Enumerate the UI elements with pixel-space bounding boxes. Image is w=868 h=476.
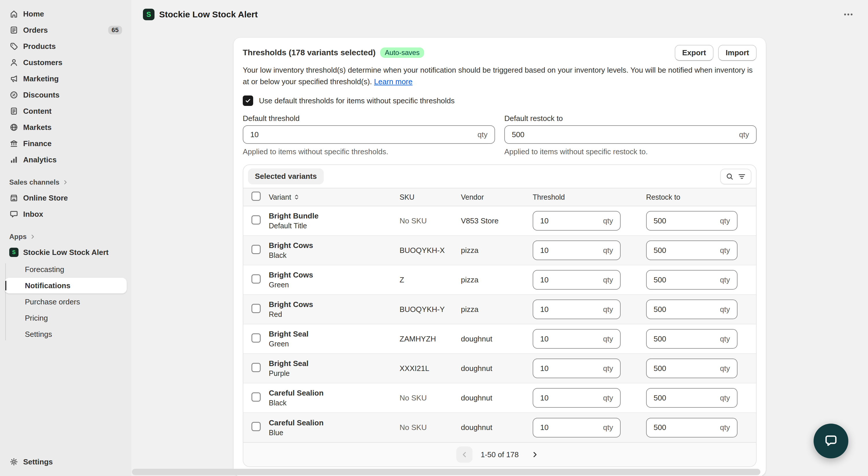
sidebar-item-discounts[interactable]: Discounts	[5, 87, 127, 103]
column-variant[interactable]: Variant	[269, 193, 291, 201]
row-checkbox[interactable]	[251, 392, 261, 402]
variant-option: Black	[269, 399, 400, 407]
sidebar-item-analytics[interactable]: Analytics	[5, 152, 127, 168]
horizontal-scrollbar-thumb[interactable]	[132, 469, 761, 475]
row-checkbox[interactable]	[251, 304, 261, 313]
row-checkbox[interactable]	[251, 422, 261, 431]
select-all-checkbox[interactable]	[251, 192, 261, 201]
pagination-next-button[interactable]	[527, 446, 543, 463]
sku-cell: No SKU	[400, 413, 461, 442]
default-threshold-helper: Applied to items without specific thresh…	[243, 147, 495, 156]
sidebar-subitem-notifications[interactable]: Notifications	[5, 278, 127, 293]
sidebar-nav-sales-channels: Online Store Inbox	[0, 190, 131, 222]
row-checkbox[interactable]	[251, 274, 261, 284]
table-toolbar: Selected variants	[243, 165, 756, 188]
threshold-input[interactable]: 10 qty	[533, 270, 621, 290]
help-chat-button[interactable]	[814, 424, 848, 458]
variant-name: Careful Sealion	[269, 389, 400, 398]
sidebar-item-customers[interactable]: Customers	[5, 54, 127, 71]
search-filter-button[interactable]	[720, 169, 751, 184]
sidebar-item-settings[interactable]: Settings	[5, 454, 127, 470]
app-sub-list: ForecastingNotificationsPurchase ordersP…	[0, 261, 131, 343]
row-checkbox[interactable]	[251, 215, 261, 225]
tab-selected-variants[interactable]: Selected variants	[248, 168, 324, 184]
sidebar-item-online-store[interactable]: Online Store	[5, 190, 127, 206]
vendor-cell: doughnut	[461, 324, 533, 354]
sidebar-subitem-purchase-orders[interactable]: Purchase orders	[5, 294, 127, 310]
sidebar-subitem-settings[interactable]: Settings	[5, 326, 127, 342]
vendor-cell: pizza	[461, 294, 533, 324]
sidebar-item-products[interactable]: Products	[5, 38, 127, 54]
filter-icon	[738, 172, 746, 181]
sidebar-section-apps[interactable]: Apps	[5, 229, 127, 244]
sku-cell: XXXI21L	[400, 354, 461, 383]
default-threshold-label: Default threshold	[243, 114, 495, 123]
restock-input[interactable]: 500 qty	[646, 329, 738, 349]
storefront-icon	[9, 193, 19, 202]
variant-option: Blue	[269, 429, 400, 437]
restock-input[interactable]: 500 qty	[646, 270, 738, 290]
sidebar-item-finance[interactable]: Finance	[5, 135, 127, 152]
table-header-row: Variant SKU Vendor Threshold Restoc	[243, 188, 756, 206]
sidebar-section-sales-channels[interactable]: Sales channels	[5, 175, 127, 190]
restock-input[interactable]: 500 qty	[646, 358, 738, 378]
search-icon	[725, 172, 734, 181]
content-icon	[9, 106, 19, 116]
restock-input[interactable]: 500 qty	[646, 299, 738, 319]
table-row: Bright Cows Black BUOQYKH-X pizza 10 qty…	[243, 235, 756, 265]
apps-label: Apps	[9, 233, 27, 241]
use-default-checkbox[interactable]	[243, 95, 253, 106]
restock-input[interactable]: 500 qty	[646, 211, 738, 231]
ellipsis-icon[interactable]	[841, 7, 855, 22]
vendor-cell: pizza	[461, 235, 533, 265]
restock-input[interactable]: 500 qty	[646, 418, 738, 438]
row-checkbox[interactable]	[251, 245, 261, 254]
export-button[interactable]: Export	[675, 45, 713, 61]
sidebar-item-inbox[interactable]: Inbox	[5, 206, 127, 222]
sidebar-item-marketing[interactable]: Marketing	[5, 71, 127, 87]
vendor-cell: V853 Store	[461, 206, 533, 235]
variant-option: Black	[269, 251, 400, 259]
sidebar-item-orders[interactable]: Orders 65	[5, 22, 127, 38]
row-checkbox[interactable]	[251, 363, 261, 372]
sort-updown-icon[interactable]	[293, 194, 300, 200]
threshold-input[interactable]: 10 qty	[533, 329, 621, 349]
variant-name: Bright Bundle	[269, 212, 400, 221]
default-restock-input[interactable]: 500 qty	[504, 125, 756, 144]
threshold-input[interactable]: 10 qty	[533, 211, 621, 231]
sidebar-item-stockie-app[interactable]: S Stockie Low Stock Alert	[5, 244, 127, 260]
default-threshold-input[interactable]: 10 qty	[243, 125, 495, 144]
marketing-icon	[9, 74, 19, 83]
sidebar-item-content[interactable]: Content	[5, 103, 127, 119]
learn-more-link[interactable]: Learn more	[374, 77, 412, 86]
table-row: Bright Bundle Default Title No SKU V853 …	[243, 206, 756, 235]
chevron-right-icon	[30, 233, 36, 240]
variant-option: Green	[269, 281, 400, 289]
sku-cell: No SKU	[400, 206, 461, 235]
restock-input[interactable]: 500 qty	[646, 241, 738, 260]
pagination: 1-50 of 178	[243, 442, 756, 467]
discounts-icon	[9, 90, 19, 99]
row-checkbox[interactable]	[251, 334, 261, 343]
inbox-icon	[9, 210, 19, 219]
sidebar-spacer	[0, 343, 131, 454]
threshold-input[interactable]: 10 qty	[533, 299, 621, 319]
table-row: Careful Sealion Black No SKU doughnut 10…	[243, 383, 756, 413]
sidebar-subitem-pricing[interactable]: Pricing	[5, 310, 127, 326]
table-row: Bright Seal Green ZAMHYZH doughnut 10 qt…	[243, 324, 756, 354]
gear-icon	[9, 457, 19, 467]
variant-name: Bright Cows	[269, 241, 400, 250]
variant-name: Careful Sealion	[269, 418, 400, 427]
chat-bubble-icon	[823, 433, 839, 449]
sidebar-item-markets[interactable]: Markets	[5, 119, 127, 135]
restock-input[interactable]: 500 qty	[646, 388, 738, 408]
sidebar-item-home[interactable]: Home	[5, 6, 127, 22]
sku-cell: ZAMHYZH	[400, 324, 461, 354]
threshold-input[interactable]: 10 qty	[533, 358, 621, 378]
sidebar-subitem-forecasting[interactable]: Forecasting	[5, 262, 127, 277]
threshold-input[interactable]: 10 qty	[533, 388, 621, 408]
threshold-input[interactable]: 10 qty	[533, 418, 621, 438]
threshold-input[interactable]: 10 qty	[533, 241, 621, 260]
import-button[interactable]: Import	[718, 45, 756, 61]
main-area: S Stockie Low Stock Alert Thresholds (17…	[131, 0, 868, 476]
